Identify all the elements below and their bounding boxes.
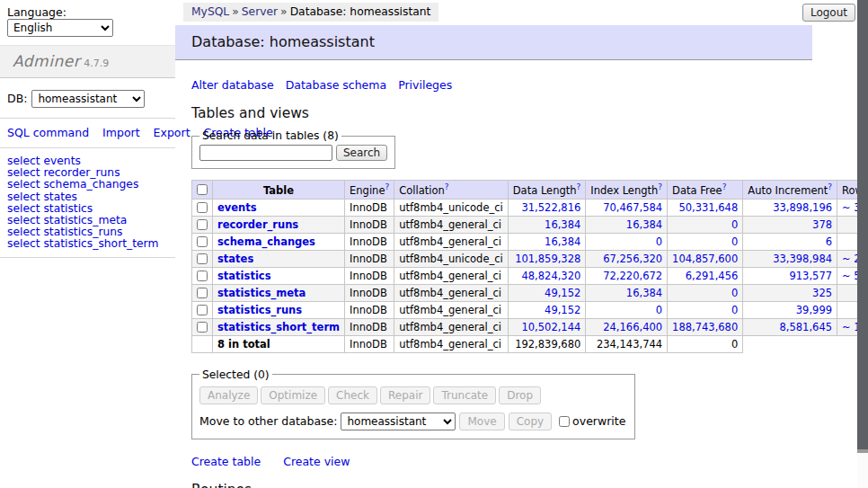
index-length-link[interactable]: 0	[656, 304, 662, 316]
table-row: events InnoDB utf8mb4_unicode_ci 31,522,…	[192, 199, 868, 216]
sidebar-divider	[0, 147, 175, 148]
bulk-action-button[interactable]: Truncate	[433, 386, 496, 404]
sidebar-select-table-link[interactable]: select statistics_short_term	[7, 238, 175, 250]
data-length-link[interactable]: 16,384	[545, 235, 580, 248]
data-length-link[interactable]: 10,502,144	[521, 321, 580, 333]
column-header: Table	[213, 181, 345, 200]
row-checkbox[interactable]	[197, 271, 208, 281]
index-length-link[interactable]: 24,166,400	[603, 321, 662, 333]
bulk-action-button[interactable]: Optimize	[261, 386, 325, 404]
table-name-link[interactable]: statistics_meta	[217, 287, 306, 299]
sidebar-action-link[interactable]: SQL command	[7, 126, 89, 139]
create-link[interactable]: Create table	[191, 455, 261, 468]
select-all-checkbox[interactable]	[197, 184, 208, 195]
column-header: Data Length?	[508, 181, 586, 200]
data-free-link[interactable]: 104,857,600	[672, 253, 738, 265]
sidebar-select-table-link[interactable]: select schema_changes	[7, 179, 175, 191]
data-length-link[interactable]: 49,152	[545, 304, 580, 316]
auto-increment-link[interactable]: 33,398,984	[773, 253, 832, 265]
auto-increment-link[interactable]: 378	[812, 218, 832, 231]
db-select[interactable]: homeassistant	[31, 90, 145, 108]
move-db-select[interactable]: homeassistant	[341, 413, 456, 430]
auto-increment-link[interactable]: 33,898,196	[773, 201, 832, 214]
table-name-link[interactable]: events	[217, 201, 257, 214]
auto-increment-link[interactable]: 8,581,645	[780, 321, 833, 333]
copy-button[interactable]: Copy	[509, 413, 552, 430]
breadcrumb-separator: »	[280, 5, 288, 18]
index-length-link[interactable]: 72,220,672	[603, 270, 662, 282]
data-length-link[interactable]: 31,522,816	[521, 201, 580, 214]
data-free-link[interactable]: 50,331,648	[678, 201, 738, 214]
bulk-action-button[interactable]: Check	[328, 386, 377, 404]
data-length-link[interactable]: 48,824,320	[521, 270, 580, 282]
data-free-link[interactable]: 0	[731, 218, 738, 231]
tables-header: TableEngine?Collation?Data Length?Index …	[192, 181, 868, 200]
table-name-link[interactable]: recorder_runs	[217, 218, 298, 231]
row-checkbox[interactable]	[197, 288, 208, 298]
bulk-action-button[interactable]: Analyze	[199, 386, 258, 404]
database-link[interactable]: Database schema	[286, 78, 386, 92]
app-name[interactable]: Adminer	[13, 52, 80, 70]
search-input[interactable]	[199, 145, 332, 161]
help-icon[interactable]: ?	[722, 182, 727, 191]
table-name-cell: statistics_meta	[213, 284, 345, 301]
bulk-action-button[interactable]: Repair	[380, 386, 430, 404]
move-row: Move to other database: homeassistant Mo…	[199, 413, 625, 430]
column-header: Collation?	[394, 181, 509, 200]
row-checkbox[interactable]	[197, 236, 208, 247]
data-free-link[interactable]: 0	[731, 287, 738, 299]
auto-increment-link[interactable]: 913,577	[789, 270, 832, 282]
auto-increment-link[interactable]: 6	[826, 235, 832, 248]
database-link[interactable]: Privileges	[398, 78, 452, 92]
auto-increment-link[interactable]: 39,999	[796, 304, 832, 316]
overwrite-option: overwrite	[559, 414, 625, 428]
overwrite-checkbox[interactable]	[559, 416, 570, 427]
scrollbar-thumb[interactable]	[857, 0, 868, 453]
index-length-link[interactable]: 70,467,584	[603, 201, 662, 214]
move-button[interactable]: Move	[459, 413, 504, 430]
app-version[interactable]: 4.7.9	[84, 58, 109, 69]
breadcrumb-mysql-link[interactable]: MySQL	[191, 5, 229, 18]
data-free-link[interactable]: 0	[731, 235, 738, 248]
help-icon[interactable]: ?	[385, 182, 389, 191]
logout-button[interactable]: Logout	[802, 4, 855, 22]
collation-cell: utf8mb4_unicode_ci	[394, 199, 509, 216]
data-free-cell: 188,743,680	[668, 318, 743, 335]
bulk-action-button[interactable]: Drop	[499, 386, 541, 404]
help-icon[interactable]: ?	[445, 182, 449, 191]
vertical-scrollbar[interactable]	[857, 0, 868, 488]
data-length-link[interactable]: 101,859,328	[515, 253, 580, 265]
breadcrumb-server-link[interactable]: Server	[242, 5, 278, 18]
index-length-link[interactable]: 16,384	[626, 218, 662, 231]
row-checkbox[interactable]	[197, 322, 208, 333]
row-checkbox[interactable]	[197, 202, 208, 213]
database-link[interactable]: Alter database	[191, 78, 274, 92]
row-checkbox[interactable]	[197, 219, 208, 230]
create-link[interactable]: Create view	[283, 455, 350, 468]
table-name-link[interactable]: schema_changes	[217, 235, 315, 248]
table-name-link[interactable]: statistics_runs	[217, 304, 302, 316]
index-length-link[interactable]: 67,256,320	[603, 253, 662, 265]
data-length-link[interactable]: 16,384	[545, 218, 580, 231]
sidebar-action-link[interactable]: Import	[102, 126, 140, 139]
data-free-link[interactable]: 188,743,680	[672, 321, 738, 333]
help-icon[interactable]: ?	[577, 182, 581, 191]
search-button[interactable]: Search	[336, 145, 387, 161]
index-length-link[interactable]: 16,384	[626, 287, 662, 299]
index-length-link[interactable]: 0	[656, 235, 662, 248]
data-free-cell: 0	[668, 233, 743, 250]
help-icon[interactable]: ?	[828, 182, 832, 191]
data-free-link[interactable]: 0	[731, 304, 738, 316]
data-free-link[interactable]: 6,291,456	[686, 270, 739, 282]
language-select[interactable]: English	[7, 19, 113, 37]
help-icon[interactable]: ?	[658, 182, 662, 191]
sidebar-select-table-link[interactable]: select states	[7, 191, 175, 203]
auto-increment-link[interactable]: 325	[812, 287, 832, 299]
table-row: statistics InnoDB utf8mb4_general_ci 48,…	[192, 267, 868, 284]
row-checkbox[interactable]	[197, 253, 208, 264]
table-name-link[interactable]: states	[217, 253, 253, 265]
data-length-link[interactable]: 49,152	[545, 287, 580, 299]
table-name-link[interactable]: statistics	[217, 270, 271, 282]
table-name-link[interactable]: statistics_short_term	[217, 321, 340, 333]
row-checkbox[interactable]	[197, 305, 208, 315]
